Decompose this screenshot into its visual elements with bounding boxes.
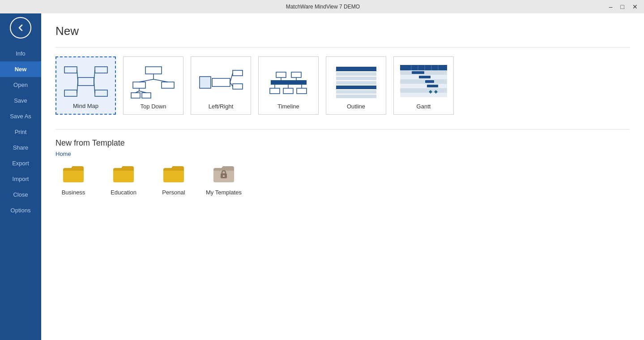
svg-line-8 (94, 82, 95, 93)
doc-card-outline[interactable]: Outline (326, 56, 386, 115)
doc-type-cards: Mind Map (55, 56, 630, 115)
mind-map-icon (64, 57, 108, 103)
top-down-icon (131, 57, 176, 103)
svg-line-5 (77, 70, 78, 82)
title-bar-title: MatchWare MindView 7 DEMO (39, 4, 606, 10)
svg-rect-59 (427, 85, 438, 87)
top-divider (55, 47, 630, 47)
sidebar-item-import[interactable]: Import (0, 171, 41, 187)
svg-rect-10 (133, 82, 145, 88)
svg-rect-53 (400, 84, 447, 88)
svg-rect-20 (212, 78, 230, 86)
svg-line-23 (230, 73, 233, 82)
folder-personal[interactable]: Personal (156, 164, 192, 196)
folder-business-label: Business (62, 189, 85, 196)
svg-rect-40 (336, 81, 376, 85)
sidebar-item-options[interactable]: Options (0, 202, 41, 218)
sidebar-item-save[interactable]: Save (0, 93, 41, 108)
folder-business[interactable]: Business (55, 164, 91, 196)
folder-my-templates[interactable]: My Templates (206, 164, 242, 196)
doc-card-left-right-label: Left/Right (209, 103, 234, 110)
svg-rect-4 (95, 90, 107, 96)
doc-card-mind-map[interactable]: Mind Map (55, 56, 116, 115)
svg-rect-11 (162, 82, 174, 88)
sidebar-item-open[interactable]: Open (0, 77, 41, 93)
svg-rect-54 (400, 88, 447, 93)
template-folders-row: Business Education (55, 164, 630, 196)
left-right-icon (199, 57, 243, 103)
svg-rect-37 (336, 67, 376, 71)
gantt-icon (400, 57, 447, 103)
svg-rect-15 (131, 93, 140, 98)
svg-rect-42 (336, 90, 376, 94)
main-content: New (41, 13, 644, 340)
doc-card-gantt[interactable]: Gantt (393, 56, 454, 115)
folder-personal-label: Personal (162, 189, 185, 196)
svg-rect-27 (276, 72, 286, 77)
close-button[interactable]: ✕ (630, 3, 640, 11)
svg-rect-55 (400, 93, 447, 97)
svg-line-7 (77, 82, 78, 93)
template-home-label: Home (55, 151, 630, 157)
svg-rect-33 (297, 88, 307, 94)
sidebar: Info New Open Save Save As Print Share E… (0, 13, 41, 340)
svg-rect-39 (336, 77, 376, 80)
svg-rect-52 (400, 79, 447, 84)
svg-rect-56 (412, 71, 424, 74)
doc-card-left-right[interactable]: Left/Right (191, 56, 251, 115)
page-title: New (55, 24, 630, 38)
folder-my-templates-icon (213, 164, 235, 187)
sidebar-item-save-as[interactable]: Save As (0, 108, 41, 124)
folder-my-templates-label: My Templates (206, 189, 242, 196)
svg-line-14 (154, 79, 168, 82)
sidebar-item-print[interactable]: Print (0, 124, 41, 140)
svg-rect-16 (142, 93, 151, 98)
svg-rect-0 (78, 77, 94, 86)
template-section: New from Template Home Business (55, 138, 630, 196)
doc-card-timeline-label: Timeline (277, 103, 299, 110)
svg-rect-9 (145, 67, 162, 74)
doc-card-top-down[interactable]: Top Down (123, 56, 183, 115)
sidebar-item-share[interactable]: Share (0, 140, 41, 155)
sidebar-item-new[interactable]: New (0, 61, 41, 77)
minimize-button[interactable]: – (606, 3, 615, 11)
svg-rect-26 (271, 80, 307, 85)
svg-rect-38 (336, 72, 376, 76)
sidebar-item-close[interactable]: Close (0, 187, 41, 202)
doc-card-gantt-label: Gantt (417, 103, 431, 110)
svg-rect-1 (64, 67, 77, 73)
outline-icon (334, 57, 379, 103)
doc-card-outline-label: Outline (347, 103, 365, 110)
svg-rect-3 (64, 90, 77, 96)
folder-education[interactable]: Education (106, 164, 141, 196)
svg-rect-2 (95, 67, 107, 73)
app-body: Info New Open Save Save As Print Share E… (0, 13, 644, 340)
folder-education-label: Education (111, 189, 136, 196)
svg-rect-63 (223, 175, 225, 177)
maximize-button[interactable]: □ (618, 3, 627, 11)
template-section-title: New from Template (55, 138, 630, 148)
svg-rect-57 (419, 76, 431, 78)
svg-line-6 (94, 70, 95, 82)
doc-card-top-down-label: Top Down (141, 103, 166, 110)
folder-education-icon (112, 164, 135, 187)
svg-line-13 (139, 79, 154, 82)
back-button[interactable] (10, 17, 31, 39)
svg-rect-58 (425, 80, 434, 83)
title-bar-controls: – □ ✕ (606, 3, 640, 11)
svg-rect-43 (336, 95, 376, 98)
doc-card-timeline[interactable]: Timeline (258, 56, 319, 115)
doc-card-mind-map-label: Mind Map (73, 103, 98, 109)
sidebar-item-export[interactable]: Export (0, 155, 41, 171)
folder-personal-icon (162, 164, 185, 187)
svg-rect-31 (270, 88, 280, 94)
folder-business-icon (62, 164, 85, 187)
timeline-icon (266, 57, 311, 103)
svg-rect-32 (283, 88, 293, 94)
middle-divider (55, 129, 630, 129)
sidebar-item-info[interactable]: Info (0, 46, 41, 61)
svg-rect-22 (233, 84, 243, 89)
svg-rect-41 (336, 86, 376, 89)
svg-rect-28 (291, 72, 301, 77)
svg-rect-25 (200, 77, 211, 88)
